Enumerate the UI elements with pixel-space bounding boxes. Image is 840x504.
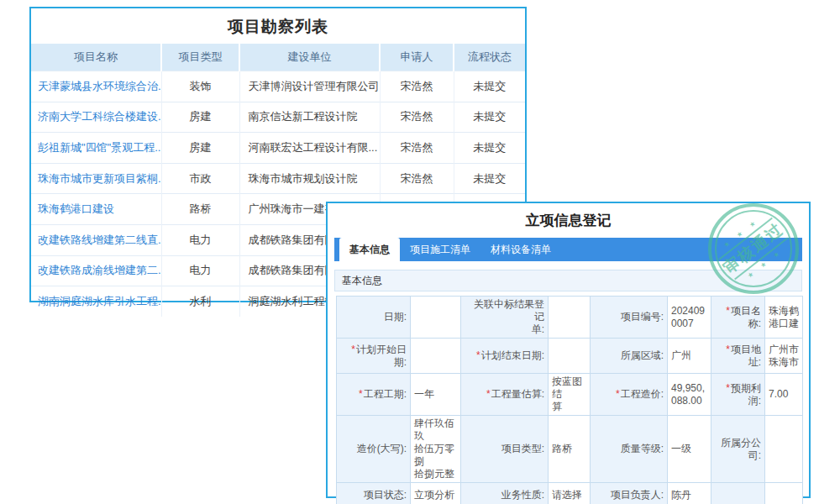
field-value-branch-company[interactable] [765, 416, 803, 483]
field-value-project-type[interactable]: 路桥 [549, 416, 591, 483]
field-label-text: 所属区域: [621, 349, 664, 361]
survey-table-header-row: 项目名称 项目类型 建设单位 申请人 流程状态 [31, 44, 525, 71]
field-label-text: 日期: [384, 311, 407, 323]
required-star: * [726, 344, 730, 355]
field-value-project-address[interactable]: 广州市 珠海市 [765, 339, 803, 374]
status-cell: 未提交 [454, 163, 525, 194]
project-type-cell: 电力 [161, 255, 239, 286]
form-row: *计划开始日期:*计划结束日期:所属区域:广州*项目地址:广州市 珠海市 [337, 339, 803, 374]
form-row: 造价(大写):肆仟玖佰玖 拾伍万零捌 拾捌元整项目类型:路桥质量等级:一级所属分… [337, 416, 803, 483]
form-tab-bar: 基本信息项目施工清单材料设备清单 [334, 238, 802, 261]
project-name-link[interactable]: 珠海市城市更新项目紫桐... [38, 172, 161, 185]
field-value-expected-profit[interactable]: 7.00 [765, 374, 803, 416]
field-label-text: 关联中标结果登记 单: [474, 298, 544, 335]
field-label-cost-in-words: 造价(大写): [337, 416, 411, 483]
required-star: * [726, 382, 730, 394]
form-fields-table: 日期:关联中标结果登记 单:项目编号:202409 0007*项目名称:珠海鹤 … [336, 296, 803, 504]
field-value-project-status[interactable]: 立项分析 [411, 483, 461, 504]
project-name-link[interactable]: 改建铁路成渝线增建第二... [38, 264, 161, 276]
required-star: * [359, 388, 363, 400]
project-name-link[interactable]: 珠海鹤港口建设 [38, 202, 114, 215]
field-label-project-duration: *工程工期: [337, 374, 411, 416]
applicant-cell: 宋浩然 [380, 102, 454, 133]
field-value-quantity-estimate[interactable]: 按蓝图结 算 [549, 374, 591, 416]
status-cell: 未提交 [454, 133, 525, 164]
field-label-plan-end-date: *计划结束日期: [461, 339, 549, 374]
table-row: 天津蒙城县水环境综合治...装饰天津博润设计管理有限公司宋浩然未提交 [31, 71, 525, 102]
project-name-link[interactable]: 天津蒙城县水环境综合治... [38, 80, 161, 92]
field-label-region: 所属区域: [591, 339, 668, 374]
field-value-plan-end-date[interactable] [549, 339, 591, 374]
column-header-project-name: 项目名称 [31, 44, 161, 71]
status-cell: 未提交 [454, 71, 525, 102]
field-label-text: 预期利润: [731, 382, 761, 407]
field-value-business-nature[interactable]: 请选择 [549, 483, 591, 504]
field-label-project-name: *项目名称: [711, 297, 765, 339]
project-name-link[interactable]: 彭祖新城"四馆"景观工程... [38, 141, 161, 154]
field-label-quality-grade: 质量等级: [591, 416, 668, 483]
column-header-status: 流程状态 [454, 44, 525, 71]
field-label-plan-start-date: *计划开始日期: [337, 339, 411, 374]
builder-cell: 南京信达新工程设计院 [239, 102, 380, 133]
project-type-cell: 市政 [161, 163, 239, 194]
field-label-project-type: 项目类型: [461, 416, 549, 483]
form-row: 日期:关联中标结果登记 单:项目编号:202409 0007*项目名称:珠海鹤 … [337, 297, 803, 339]
field-label-text: 工程量估算: [491, 388, 544, 400]
registration-form-panel: 立项信息登记 基本信息项目施工清单材料设备清单 基本信息 日期:关联中标结果登记… [326, 202, 811, 498]
project-type-cell: 房建 [161, 102, 239, 133]
tab-construction-list[interactable]: 项目施工清单 [400, 238, 480, 261]
field-label-business-nature: 业务性质: [461, 483, 549, 504]
form-fields-body: 日期:关联中标结果登记 单:项目编号:202409 0007*项目名称:珠海鹤 … [337, 297, 803, 504]
field-label-date: 日期: [337, 297, 411, 339]
project-type-cell: 装饰 [161, 71, 239, 102]
field-label-expected-profit: *预期利润: [711, 374, 765, 416]
field-value-quality-grade[interactable]: 一级 [668, 416, 711, 483]
field-value-project-leader[interactable]: 陈丹 [668, 483, 711, 504]
field-label-project-leader: 项目负责人: [591, 483, 668, 504]
field-label-project-status: 项目状态: [337, 483, 411, 504]
field-label-project-number: 项目编号: [591, 297, 668, 339]
project-name-link[interactable]: 湖南洞庭湖水库引水工程... [38, 295, 161, 307]
builder-cell: 河南联宏达工程设计有限... [239, 133, 380, 164]
project-name-link[interactable]: 济南大学工科综合楼建设... [38, 110, 161, 123]
applicant-cell: 宋浩然 [380, 71, 454, 102]
table-row: 珠海市城市更新项目紫桐...市政珠海市城市规划设计院宋浩然未提交 [31, 163, 525, 194]
field-value-related-bid-result[interactable] [549, 297, 591, 339]
field-value-project-cost[interactable]: 49,950, 088.00 [668, 374, 711, 416]
field-label-text: 所属分公司: [721, 437, 761, 461]
tab-basic-info[interactable]: 基本信息 [339, 238, 400, 261]
table-row: 济南大学工科综合楼建设...房建南京信达新工程设计院宋浩然未提交 [31, 102, 525, 133]
field-value-project-duration[interactable]: 一年 [411, 374, 461, 416]
builder-cell: 天津博润设计管理有限公司 [239, 71, 380, 102]
field-label-text: 项目地址: [731, 344, 761, 368]
page: 项目勘察列表 项目名称 项目类型 建设单位 申请人 流程状态 天津蒙城县水环境综… [0, 0, 840, 504]
field-value-plan-start-date[interactable] [411, 339, 461, 374]
form-row: 项目状态:立项分析业务性质:请选择项目负责人:陈丹 [337, 483, 803, 504]
project-name-link[interactable]: 改建铁路线增建第二线直... [38, 234, 161, 246]
field-label-branch-company: 所属分公司: [711, 416, 765, 483]
project-type-cell: 水利 [161, 286, 239, 317]
field-value-empty[interactable] [765, 483, 803, 504]
required-star: * [476, 349, 480, 361]
column-header-builder: 建设单位 [239, 44, 380, 71]
field-value-cost-in-words[interactable]: 肆仟玖佰玖 拾伍万零捌 拾捌元整 [411, 416, 461, 483]
field-label-text: 项目编号: [621, 311, 664, 323]
field-label-text: 质量等级: [621, 443, 664, 454]
section-header-basic-info: 基本信息 [334, 270, 802, 291]
table-row: 彭祖新城"四馆"景观工程...房建河南联宏达工程设计有限...宋浩然未提交 [31, 133, 525, 164]
tab-material-list[interactable]: 材料设备清单 [480, 238, 561, 261]
field-value-region[interactable]: 广州 [668, 339, 711, 374]
field-label-text: 工程工期: [364, 388, 407, 400]
field-value-project-number[interactable]: 202409 0007 [668, 297, 711, 339]
applicant-cell: 宋浩然 [380, 163, 454, 194]
field-value-date[interactable] [411, 297, 461, 339]
project-type-cell: 房建 [161, 133, 239, 164]
field-value-project-name[interactable]: 珠海鹤 港口建 [765, 297, 803, 339]
applicant-cell: 宋浩然 [380, 133, 454, 164]
form-row: *工程工期:一年*工程量估算:按蓝图结 算*工程造价:49,950, 088.0… [337, 374, 803, 416]
column-header-project-type: 项目类型 [161, 44, 239, 71]
field-label-project-cost: *工程造价: [591, 374, 668, 416]
required-star: * [726, 305, 730, 317]
field-label-empty [711, 483, 765, 504]
required-star: * [486, 388, 491, 400]
